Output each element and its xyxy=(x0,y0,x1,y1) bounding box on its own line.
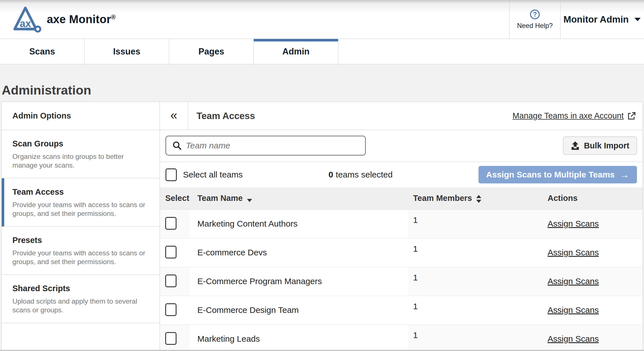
team-members-cell: 1 xyxy=(408,296,536,324)
need-help-label: Need Help? xyxy=(517,22,553,30)
sidebar-title: Admin Options xyxy=(2,102,160,130)
search-icon xyxy=(172,141,182,150)
sidebar-item-shared-scripts[interactable]: Shared Scripts Upload scripts and apply … xyxy=(2,275,160,323)
need-help-button[interactable]: ? Need Help? xyxy=(509,0,561,39)
manage-teams-link-label: Manage Teams in axe Account xyxy=(513,111,624,120)
manage-teams-link[interactable]: Manage Teams in axe Account xyxy=(513,102,636,130)
axe-logo-icon: ax xyxy=(11,4,41,35)
column-header-team-members[interactable]: Team Members xyxy=(408,187,536,209)
sort-unsorted-icon xyxy=(476,194,482,203)
user-menu-label: Monitor Admin xyxy=(563,14,629,25)
admin-panel: Admin Options Scan Groups Organize scans… xyxy=(1,102,643,351)
team-members-cell: 1 xyxy=(408,238,536,267)
selected-count: 0teams selected xyxy=(243,170,478,179)
page-title: Administration xyxy=(2,83,644,98)
help-question-icon: ? xyxy=(530,9,540,20)
selected-count-suffix: teams selected xyxy=(336,170,393,179)
tab-issues[interactable]: Issues xyxy=(85,39,169,64)
collapse-sidebar-button[interactable]: « xyxy=(160,102,188,130)
team-members-cell: 1 xyxy=(408,324,536,351)
row-checkbox[interactable] xyxy=(165,217,177,230)
table-row: E-commerce Devs 1 Assign Scans xyxy=(160,238,643,267)
selection-bar: Select all teams 0teams selected Assign … xyxy=(166,162,637,187)
admin-options-sidebar: Admin Options Scan Groups Organize scans… xyxy=(2,102,160,351)
external-link-icon xyxy=(627,112,636,120)
team-search-box xyxy=(166,136,366,155)
table-row: Marketing Leads 1 Assign Scans xyxy=(160,324,643,351)
team-name-search-input[interactable] xyxy=(182,141,365,150)
row-checkbox[interactable] xyxy=(165,303,177,316)
row-checkbox[interactable] xyxy=(165,332,177,345)
svg-text:?: ? xyxy=(533,11,537,18)
user-menu-button[interactable]: Monitor Admin xyxy=(561,0,644,39)
app-title: axe Monitor® xyxy=(47,13,116,26)
selected-count-number: 0 xyxy=(328,170,333,179)
team-access-section: « Team Access Manage Teams in axe Accoun… xyxy=(160,102,643,351)
assign-scans-link[interactable]: Assign Scans xyxy=(548,277,599,286)
section-header: « Team Access Manage Teams in axe Accoun… xyxy=(160,102,643,130)
chevron-down-icon xyxy=(634,17,641,22)
table-row: Marketing Content Authors 1 Assign Scans xyxy=(160,209,643,238)
assign-scans-multiple-teams-button[interactable]: Assign Scans to Multiple Teams → xyxy=(478,166,637,183)
bulk-import-button[interactable]: Bulk Import xyxy=(563,137,637,155)
sidebar-item-label: Presets xyxy=(12,236,148,245)
brand: ax axe Monitor® xyxy=(0,0,509,39)
svg-text:ax: ax xyxy=(20,18,31,29)
arrow-right-icon: → xyxy=(620,170,629,179)
upload-icon xyxy=(571,141,580,150)
row-checkbox[interactable] xyxy=(165,246,177,258)
sidebar-item-team-access[interactable]: Team Access Provide your teams with acce… xyxy=(2,178,160,227)
select-all-label: Select all teams xyxy=(183,170,243,179)
table-row: E-Commerce Program Managers 1 Assign Sca… xyxy=(160,267,643,296)
section-title: Team Access xyxy=(197,102,255,130)
assign-scans-link[interactable]: Assign Scans xyxy=(548,219,599,228)
table-row: E-Commerce Design Team 1 Assign Scans xyxy=(160,296,643,324)
team-members-cell: 1 xyxy=(408,209,536,238)
sidebar-item-scan-groups[interactable]: Scan Groups Organize scans into groups t… xyxy=(2,130,160,178)
table-header-row: Select Team Name Team Members xyxy=(160,187,643,209)
sidebar-item-label: Shared Scripts xyxy=(12,284,148,293)
sidebar-item-description: Provide your teams with access to scans … xyxy=(12,249,145,266)
assign-scans-link[interactable]: Assign Scans xyxy=(548,334,599,343)
sidebar-item-description: Organize scans into groups to better man… xyxy=(12,152,145,170)
column-header-actions: Actions xyxy=(536,187,643,209)
section-content: Bulk Import Select all teams 0teams sele… xyxy=(160,130,643,351)
bulk-import-label: Bulk Import xyxy=(584,141,629,150)
team-members-cell: 1 xyxy=(408,267,536,296)
sidebar-item-presets[interactable]: Presets Provide your teams with access t… xyxy=(2,227,160,275)
column-header-select: Select xyxy=(160,187,190,209)
bottom-edge-divider xyxy=(0,350,644,351)
tab-admin[interactable]: Admin xyxy=(254,39,338,64)
sidebar-item-description: Provide your teams with access to scans … xyxy=(12,200,145,218)
main-nav-tabs: ScansIssuesPagesAdmin xyxy=(0,39,644,64)
assign-scans-link[interactable]: Assign Scans xyxy=(548,305,599,315)
team-name-cell: Marketing Content Authors xyxy=(190,209,408,238)
teams-table: Select Team Name Team Members xyxy=(160,187,643,351)
sidebar-item-description: Upload scripts and apply them to several… xyxy=(12,297,145,314)
tab-scans[interactable]: Scans xyxy=(0,39,85,64)
app-header: ax axe Monitor® ? Need Help? Monitor Adm… xyxy=(0,0,644,39)
row-checkbox[interactable] xyxy=(165,275,177,287)
column-header-team-name[interactable]: Team Name xyxy=(190,187,408,209)
assign-scans-link[interactable]: Assign Scans xyxy=(548,248,599,257)
team-name-cell: E-Commerce Program Managers xyxy=(190,267,408,296)
assign-button-label: Assign Scans to Multiple Teams xyxy=(486,170,615,179)
team-name-cell: Marketing Leads xyxy=(190,324,408,351)
sort-descending-icon xyxy=(246,198,253,202)
select-all-checkbox[interactable] xyxy=(166,168,177,181)
toolbar: Bulk Import xyxy=(166,136,637,155)
team-name-cell: E-Commerce Design Team xyxy=(190,296,408,324)
team-name-cell: E-commerce Devs xyxy=(190,238,408,267)
registered-mark: ® xyxy=(111,14,116,21)
sidebar-item-label: Team Access xyxy=(12,187,148,197)
tab-pages[interactable]: Pages xyxy=(169,39,254,64)
sidebar-item-label: Scan Groups xyxy=(12,139,148,148)
